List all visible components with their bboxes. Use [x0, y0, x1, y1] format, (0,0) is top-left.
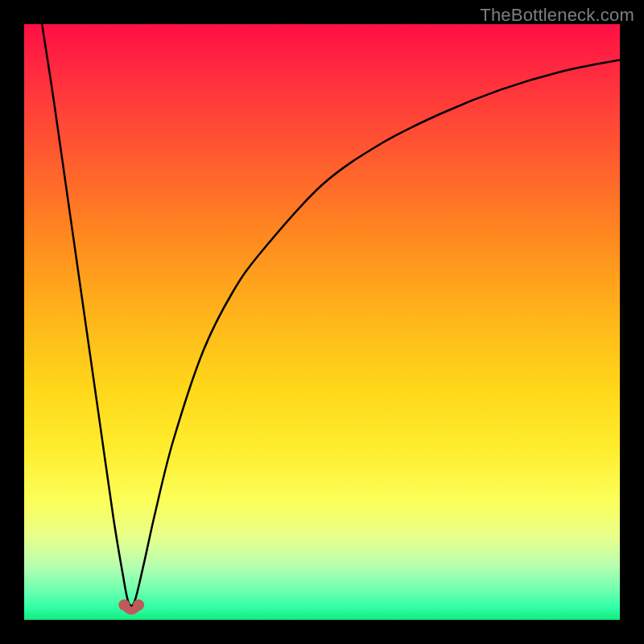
- curve-markers: [118, 600, 144, 611]
- bottleneck-curve-path: [42, 24, 620, 606]
- plot-area: [24, 24, 620, 620]
- valley-marker-1: [133, 600, 144, 611]
- valley-marker-0: [118, 600, 130, 611]
- chart-container: TheBottleneck.com: [0, 0, 644, 644]
- watermark-label: TheBottleneck.com: [480, 5, 634, 26]
- bottleneck-curve-svg: [24, 24, 620, 620]
